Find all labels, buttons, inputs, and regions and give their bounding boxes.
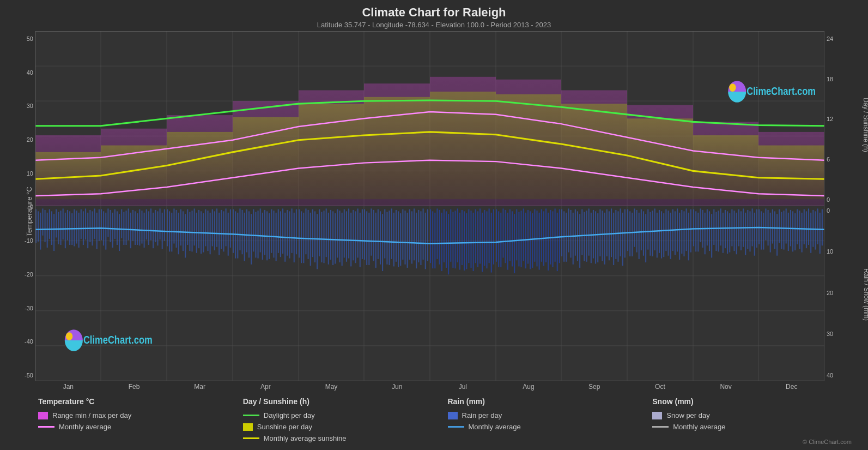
svg-rect-228 bbox=[500, 213, 501, 267]
svg-rect-24 bbox=[38, 211, 39, 241]
svg-rect-109 bbox=[230, 209, 231, 248]
legend-rain: Rain (mm) Rain per day Monthly average bbox=[448, 397, 653, 445]
svg-rect-225 bbox=[493, 209, 494, 265]
svg-rect-89 bbox=[185, 214, 186, 257]
svg-rect-354 bbox=[786, 208, 787, 243]
svg-rect-278 bbox=[613, 213, 614, 265]
svg-rect-290 bbox=[641, 209, 642, 250]
svg-rect-170 bbox=[368, 213, 369, 265]
svg-rect-236 bbox=[518, 212, 519, 267]
svg-rect-215 bbox=[470, 211, 471, 268]
svg-rect-116 bbox=[246, 209, 247, 253]
svg-rect-321 bbox=[711, 214, 712, 257]
svg-rect-295 bbox=[652, 211, 653, 256]
svg-rect-287 bbox=[634, 208, 635, 247]
svg-rect-191 bbox=[416, 213, 417, 268]
svg-rect-183 bbox=[398, 211, 399, 267]
svg-rect-56 bbox=[110, 210, 111, 242]
svg-rect-248 bbox=[545, 208, 547, 262]
svg-rect-312 bbox=[690, 209, 691, 253]
svg-rect-36 bbox=[65, 213, 66, 248]
svg-rect-365 bbox=[810, 213, 811, 253]
legend-rain-title: Rain (mm) bbox=[448, 397, 653, 406]
svg-rect-113 bbox=[239, 208, 240, 250]
svg-rect-390 bbox=[496, 94, 561, 199]
svg-rect-303 bbox=[670, 213, 671, 259]
svg-rect-197 bbox=[430, 209, 431, 263]
svg-rect-299 bbox=[661, 211, 662, 258]
page-subtitle: Latitude 35.747 - Longitude -78.634 - El… bbox=[5, 21, 863, 29]
svg-rect-288 bbox=[636, 210, 638, 253]
svg-rect-240 bbox=[527, 210, 529, 264]
svg-rect-219 bbox=[479, 208, 481, 263]
svg-rect-284 bbox=[627, 209, 628, 251]
svg-rect-285 bbox=[629, 211, 630, 256]
svg-rect-138 bbox=[296, 209, 297, 255]
legend-snow: Snow (mm) Snow per day Monthly average ©… bbox=[652, 397, 857, 445]
svg-rect-142 bbox=[305, 208, 306, 254]
svg-rect-47 bbox=[89, 210, 90, 242]
svg-rect-180 bbox=[391, 208, 392, 259]
svg-rect-307 bbox=[679, 213, 680, 260]
svg-rect-153 bbox=[330, 210, 331, 260]
svg-rect-211 bbox=[462, 210, 463, 265]
svg-rect-208 bbox=[455, 211, 456, 268]
svg-rect-136 bbox=[292, 208, 293, 253]
svg-rect-25 bbox=[40, 213, 41, 250]
svg-rect-218 bbox=[477, 211, 478, 267]
svg-rect-106 bbox=[223, 211, 224, 251]
svg-rect-184 bbox=[400, 213, 401, 266]
svg-rect-132 bbox=[282, 208, 283, 254]
svg-rect-128 bbox=[273, 211, 274, 257]
svg-rect-157 bbox=[339, 211, 340, 262]
svg-rect-151 bbox=[326, 208, 327, 257]
rain-swatch bbox=[448, 412, 458, 419]
svg-rect-350 bbox=[776, 214, 778, 255]
svg-rect-221 bbox=[484, 210, 485, 266]
svg-rect-165 bbox=[357, 208, 359, 257]
svg-rect-149 bbox=[321, 212, 322, 262]
svg-rect-189 bbox=[411, 211, 412, 263]
svg-rect-98 bbox=[205, 209, 206, 247]
svg-rect-286 bbox=[632, 213, 633, 256]
svg-rect-289 bbox=[639, 213, 640, 259]
svg-rect-171 bbox=[371, 208, 372, 255]
svg-rect-59 bbox=[117, 211, 118, 245]
svg-rect-194 bbox=[423, 208, 424, 260]
svg-rect-52 bbox=[101, 209, 102, 241]
svg-rect-145 bbox=[312, 209, 313, 257]
svg-rect-77 bbox=[157, 211, 158, 245]
svg-rect-263 bbox=[579, 214, 580, 268]
svg-rect-150 bbox=[324, 211, 325, 263]
svg-rect-115 bbox=[244, 213, 245, 261]
svg-rect-60 bbox=[119, 214, 120, 251]
svg-rect-268 bbox=[591, 213, 592, 263]
svg-rect-50 bbox=[96, 213, 98, 249]
svg-rect-325 bbox=[720, 208, 721, 245]
svg-rect-40 bbox=[74, 209, 75, 247]
svg-rect-135 bbox=[289, 211, 290, 258]
svg-rect-134 bbox=[287, 210, 288, 256]
svg-rect-276 bbox=[609, 211, 610, 260]
svg-rect-315 bbox=[697, 213, 699, 251]
svg-rect-230 bbox=[505, 210, 506, 263]
svg-rect-369 bbox=[820, 213, 821, 254]
x-axis: Jan Feb Mar Apr May Jun Jul Aug Sep Oct … bbox=[35, 381, 824, 392]
svg-rect-334 bbox=[740, 211, 742, 250]
sunshine-avg-line bbox=[243, 437, 259, 439]
svg-rect-190 bbox=[414, 208, 415, 260]
svg-rect-331 bbox=[733, 211, 735, 251]
svg-rect-118 bbox=[251, 214, 252, 264]
svg-rect-267 bbox=[588, 208, 590, 255]
svg-rect-63 bbox=[125, 211, 126, 245]
svg-rect-158 bbox=[342, 213, 343, 266]
svg-rect-316 bbox=[700, 208, 701, 242]
svg-rect-99 bbox=[207, 211, 208, 251]
svg-rect-101 bbox=[212, 209, 213, 247]
svg-rect-127 bbox=[271, 209, 272, 253]
svg-rect-58 bbox=[114, 209, 116, 239]
svg-rect-355 bbox=[788, 213, 789, 251]
svg-rect-124 bbox=[264, 210, 265, 255]
svg-rect-156 bbox=[337, 209, 338, 258]
svg-rect-387 bbox=[299, 104, 364, 199]
